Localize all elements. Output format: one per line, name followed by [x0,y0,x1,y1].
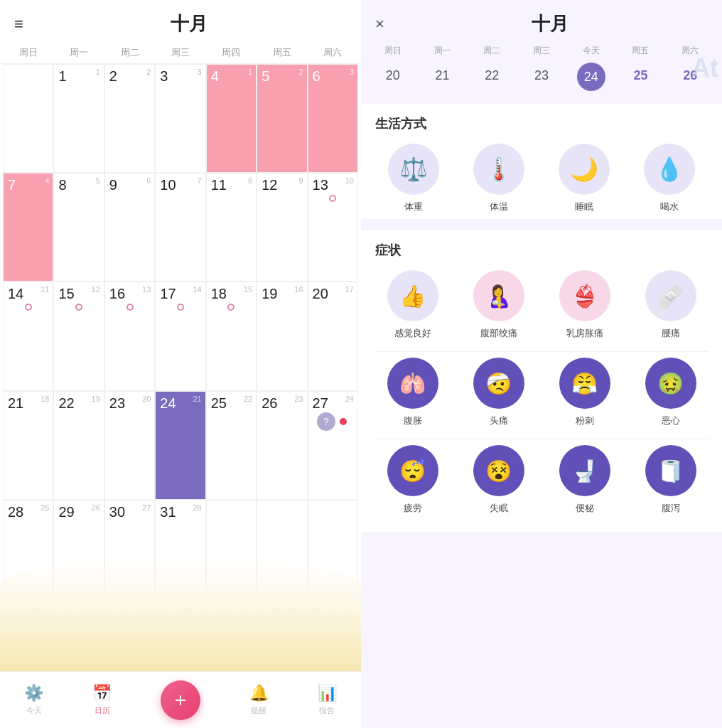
symptom-item[interactable]: 🧻 腹泻 [633,445,708,515]
right-header: × 十月 [361,0,722,42]
left-header: ≡ 十月 [0,0,361,42]
nav-today[interactable]: ⚙️ 今天 [24,684,43,716]
mini-day[interactable]: 22 [467,63,517,91]
lifestyle-icon: 🌡️ [473,144,524,195]
plus-icon: + [175,690,186,710]
mini-weekdays: 周日周一周二周三今天周五周六 [368,42,715,60]
symptom-icon: 😤 [559,358,610,409]
calendar-day[interactable]: 1310 [308,173,358,282]
calendar-day[interactable]: 129 [257,173,307,282]
bottom-nav: ⚙️ 今天 📅 日历 + 🔔 提醒 📊 报告 [0,671,361,728]
calendar-day[interactable]: 1512 [53,282,104,390]
menu-icon[interactable]: ≡ [14,15,23,33]
symptom-item[interactable]: 🤕 头痛 [461,358,536,427]
calendar-day[interactable]: 2118 [3,391,53,500]
symptom-item[interactable]: 👙 乳房胀痛 [547,270,622,340]
lifestyle-label: 喝水 [660,200,679,213]
calendar-day[interactable]: 2522 [206,391,257,500]
symptom-label: 粉刺 [576,414,594,427]
nav-calendar[interactable]: 📅 日历 [92,684,112,716]
calendar-day[interactable]: 2219 [53,391,104,500]
lifestyle-item[interactable]: ⚖️ 体重 [375,144,452,213]
calendar-day[interactable]: 52 [257,64,307,173]
calendar-day[interactable]: 1916 [257,282,307,390]
mini-day[interactable]: 21 [418,63,468,91]
nav-reminder[interactable]: 🔔 提醒 [249,684,269,716]
at-label: At [691,53,718,83]
symptom-icon: 🚽 [559,445,610,496]
red-dot [340,418,347,425]
symptom-icon: 🧻 [645,445,696,496]
close-icon[interactable]: × [375,15,384,33]
mini-day[interactable]: 24 [566,63,616,91]
mini-weekday: 周三 [517,42,566,60]
weekday-cell: 周二 [104,42,155,63]
cycle-dot [126,304,134,311]
calendar-day[interactable]: 1714 [155,282,205,390]
symptom-item[interactable]: 😵 失眠 [461,445,536,515]
symptom-label: 腹泻 [662,502,680,515]
weekday-cell: 周三 [155,42,205,63]
nav-report[interactable]: 📊 报告 [318,684,337,716]
calendar-day[interactable]: 2623 [257,391,307,500]
calendar-day[interactable]: 11 [53,64,104,173]
symptom-label: 失眠 [490,502,508,515]
symptom-item[interactable]: 🤢 恶心 [633,358,708,427]
calendar-day[interactable]: 2724 [308,391,358,500]
mini-weekday: 周日 [368,42,418,60]
symptom-section: 症状 👍 感觉良好🤱 腹部绞痛👙 乳房胀痛🩹 腰痛🫁 腹胀🤕 头痛😤 粉刺🤢 恶… [361,230,722,532]
calendar-day[interactable]: 63 [308,64,358,173]
nav-add-button[interactable]: + [161,680,200,720]
calendar-day[interactable]: 2421 [155,391,205,500]
symptom-item[interactable]: 🫁 腹胀 [375,358,450,427]
calendar-day[interactable]: 1613 [104,282,155,390]
symptom-icon: 😴 [387,445,438,496]
symptom-label: 乳房胀痛 [566,327,603,340]
calendar-day[interactable]: 1411 [3,282,53,390]
nav-report-label: 报告 [319,705,335,716]
cycle-dot [177,304,184,311]
symptom-title: 症状 [375,242,708,259]
lifestyle-item[interactable]: 🌡️ 体温 [460,144,537,213]
symptom-label: 便秘 [576,502,594,515]
symptom-row: 😴 疲劳😵 失眠🚽 便秘🧻 腹泻 [375,445,708,515]
symptom-item[interactable]: 🤱 腹部绞痛 [461,270,536,340]
symptom-item[interactable]: 😴 疲劳 [375,445,450,515]
right-panel: × 十月 周日周一周二周三今天周五周六 20212223242526 生活方式 … [361,0,722,728]
calendar-day[interactable]: 96 [104,173,155,282]
lifestyle-item[interactable]: 🌙 睡眠 [546,144,623,213]
symptom-item[interactable]: 😤 粉刺 [547,358,622,427]
left-month-title: 十月 [32,11,347,36]
calendar-day[interactable]: 74 [3,173,53,282]
calendar-day[interactable]: 22 [104,64,155,173]
calendar-day[interactable]: 2320 [104,391,155,500]
calendar-day[interactable]: 118 [206,173,257,282]
symptom-icon: 👙 [559,270,610,321]
mini-day[interactable]: 25 [616,63,666,91]
mini-day[interactable]: 20 [368,63,418,91]
symptom-item[interactable]: 👍 感觉良好 [375,270,450,340]
calendar-day[interactable]: 33 [155,64,205,173]
lifestyle-item[interactable]: 💧 喝水 [631,144,708,213]
mini-days-row: 20212223242526 [368,63,715,91]
symptom-icon: 👍 [387,270,438,321]
symptom-item[interactable]: 🚽 便秘 [547,445,622,515]
symptom-label: 腹部绞痛 [480,327,517,340]
mini-day[interactable]: 23 [517,63,566,91]
calendar-day[interactable]: 107 [155,173,205,282]
question-icon[interactable]: ? [317,412,335,431]
lifestyle-section: 生活方式 ⚖️ 体重🌡️ 体温🌙 睡眠💧 喝水 [361,104,722,219]
calendar-day[interactable]: 85 [53,173,104,282]
cycle-dot [329,195,336,202]
lifestyle-label: 体重 [404,200,423,213]
lifestyle-title: 生活方式 [375,115,708,132]
symptom-icon: 🤕 [473,358,524,409]
mini-weekday: 今天 [566,42,616,60]
symptom-item[interactable]: 🩹 腰痛 [633,270,708,340]
calendar-day[interactable]: 41 [206,64,257,173]
question-mark-area: ? [317,412,347,431]
calendar-day[interactable]: 2017 [308,282,358,390]
weekday-cell: 周五 [257,42,307,63]
calendar-day[interactable]: 1815 [206,282,257,390]
symptom-label: 感觉良好 [394,327,431,340]
